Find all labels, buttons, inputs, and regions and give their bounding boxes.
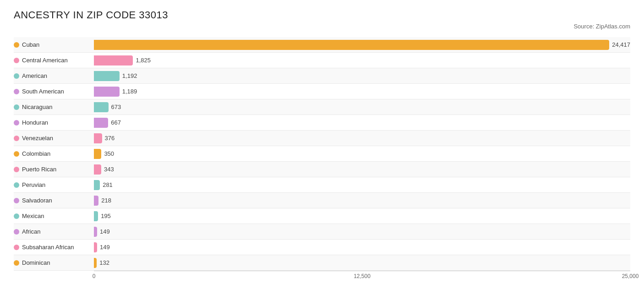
bar-fill: [94, 133, 102, 143]
bar-label: South American: [22, 88, 64, 95]
bar-dot: [14, 198, 19, 203]
bar-row: Puerto Rican343: [14, 162, 630, 177]
bar-fill: [94, 87, 120, 97]
bar-area: 281: [94, 180, 630, 190]
axis-tick-12500: 12,500: [354, 273, 371, 279]
bar-fill: [94, 118, 108, 128]
bar-row: Mexican195: [14, 208, 630, 224]
bar-label-area: Subsaharan African: [14, 244, 94, 251]
bar-dot: [14, 182, 19, 188]
bar-label-area: Salvadoran: [14, 197, 94, 204]
bar-fill: [94, 180, 100, 190]
bar-fill: [94, 196, 98, 206]
bar-label: Colombian: [22, 150, 50, 157]
bar-area: 1,825: [94, 55, 630, 66]
bar-label-area: South American: [14, 88, 94, 95]
bar-row: Peruvian281: [14, 177, 630, 193]
bar-label-area: Colombian: [14, 150, 94, 157]
bar-dot: [14, 120, 19, 126]
bar-dot: [14, 245, 19, 250]
bar-fill: [94, 211, 98, 221]
bar-label-area: Cuban: [14, 41, 94, 48]
bar-label-area: African: [14, 228, 94, 235]
bar-value-label: 132: [99, 259, 109, 266]
bar-dot: [14, 73, 19, 79]
chart-title: ANCESTRY IN ZIP CODE 33013: [14, 9, 630, 21]
bar-dot: [14, 167, 19, 172]
bar-label-area: Nicaraguan: [14, 104, 94, 110]
bar-value-label: 1,189: [122, 88, 137, 95]
bar-dot: [14, 42, 19, 48]
bar-dot: [14, 58, 19, 63]
bar-row: Subsaharan African149: [14, 240, 630, 255]
bar-area: 673: [94, 102, 630, 112]
bar-value-label: 149: [100, 244, 110, 251]
axis-tick-25000: 25,000: [622, 273, 639, 279]
bar-area: 132: [94, 258, 630, 268]
bar-area: 343: [94, 164, 630, 175]
bar-row: American1,192: [14, 68, 630, 84]
bar-row: Honduran667: [14, 115, 630, 131]
bar-fill: [94, 258, 97, 268]
bar-label-area: American: [14, 72, 94, 79]
bar-label-area: Central American: [14, 57, 94, 64]
bar-label: Subsaharan African: [22, 244, 74, 251]
bar-dot: [14, 260, 19, 266]
bar-area: 350: [94, 149, 630, 159]
bar-value-label: 350: [104, 150, 114, 157]
bar-area: 376: [94, 133, 630, 143]
bar-fill: [94, 164, 101, 175]
bar-label: Nicaraguan: [22, 104, 53, 110]
bars-wrapper: Cuban24,417Central American1,825American…: [14, 37, 630, 271]
bar-fill: [94, 71, 120, 81]
bar-area: 1,189: [94, 87, 630, 97]
bar-label: Venezuelan: [22, 135, 53, 142]
bar-label: African: [22, 228, 40, 235]
bar-row: Dominican132: [14, 255, 630, 271]
axis-tick-0: 0: [93, 273, 96, 279]
bar-label: Cuban: [22, 41, 39, 48]
bar-area: 149: [94, 227, 630, 237]
axis-container: 0 12,500 25,000: [94, 271, 630, 282]
bar-label: Mexican: [22, 213, 44, 219]
bar-row: Central American1,825: [14, 53, 630, 68]
bar-dot: [14, 136, 19, 141]
bar-area: 218: [94, 196, 630, 206]
bar-row: South American1,189: [14, 84, 630, 99]
bar-fill: [94, 40, 609, 50]
bar-label-area: Puerto Rican: [14, 166, 94, 173]
bar-value-label: 376: [105, 135, 115, 142]
bar-dot: [14, 89, 19, 94]
bar-label: Honduran: [22, 119, 48, 126]
bar-label: Salvadoran: [22, 197, 52, 204]
bar-dot: [14, 213, 19, 219]
bar-row: Salvadoran218: [14, 193, 630, 208]
bar-row: Colombian350: [14, 146, 630, 162]
bar-label-area: Mexican: [14, 213, 94, 219]
bar-dot: [14, 104, 19, 110]
bar-row: Nicaraguan673: [14, 99, 630, 115]
bar-fill: [94, 242, 97, 252]
bar-value-label: 343: [104, 166, 114, 173]
bar-fill: [94, 102, 109, 112]
bar-value-label: 281: [103, 181, 113, 188]
bar-row: African149: [14, 224, 630, 240]
bar-value-label: 1,825: [136, 57, 151, 64]
bar-label-area: Venezuelan: [14, 135, 94, 142]
bar-label: American: [22, 72, 47, 79]
bar-label-area: Dominican: [14, 259, 94, 266]
bar-value-label: 673: [111, 104, 121, 110]
bar-value-label: 218: [101, 197, 111, 204]
bar-fill: [94, 149, 101, 159]
bar-dot: [14, 151, 19, 157]
bar-value-label: 24,417: [612, 41, 630, 48]
bar-fill: [94, 227, 97, 237]
bar-value-label: 1,192: [122, 72, 137, 79]
bar-label: Central American: [22, 57, 68, 64]
bar-label: Dominican: [22, 259, 50, 266]
bar-value-label: 149: [100, 228, 110, 235]
source-label: Source: ZipAtlas.com: [14, 23, 630, 30]
bar-area: 667: [94, 118, 630, 128]
chart-container: Cuban24,417Central American1,825American…: [14, 37, 630, 282]
bar-label-area: Peruvian: [14, 181, 94, 188]
